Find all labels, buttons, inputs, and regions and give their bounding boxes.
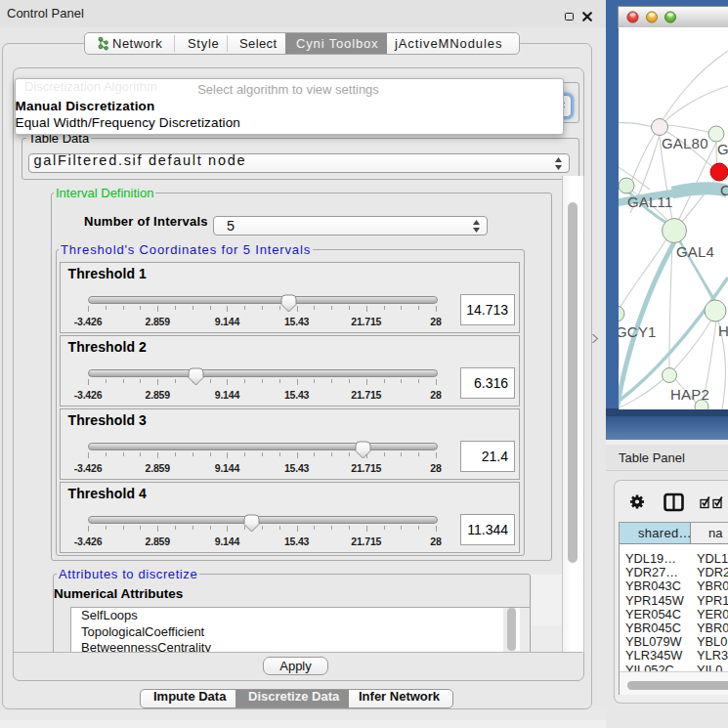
svg-text:HAP2: HAP2 — [670, 386, 709, 403]
svg-text:GAL4: GAL4 — [676, 243, 714, 260]
svg-text:HIS: HIS — [718, 322, 728, 339]
svg-text:CYC: CYC — [720, 182, 728, 198]
svg-text:GAL2: GAL2 — [717, 141, 728, 157]
svg-text:GAL11: GAL11 — [627, 193, 673, 210]
svg-text:GCY1: GCY1 — [619, 323, 657, 340]
svg-text:GAL80: GAL80 — [662, 135, 708, 151]
